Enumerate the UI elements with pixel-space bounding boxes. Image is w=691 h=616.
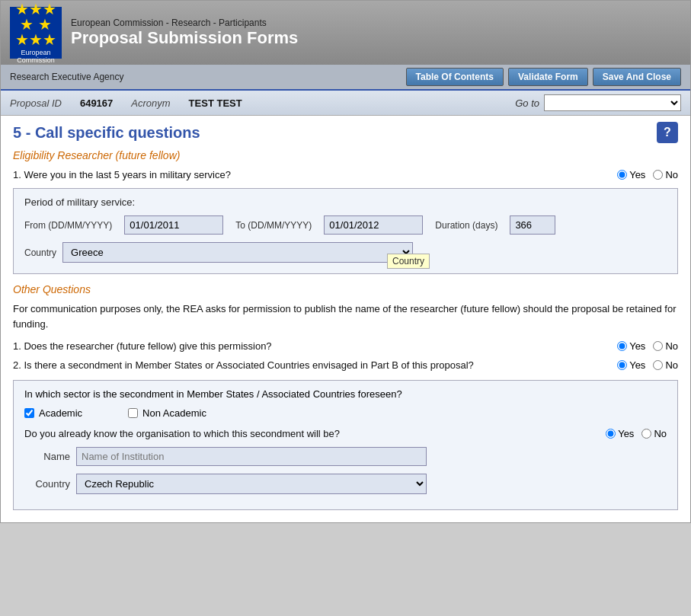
goto-select[interactable] xyxy=(544,94,681,111)
header-titles: European Commission - Research - Partici… xyxy=(71,18,681,48)
academic-checkbox[interactable] xyxy=(24,408,34,418)
other-q2-yes-radio[interactable] xyxy=(617,360,627,370)
main-content: 5 - Call specific questions ? Eligibilit… xyxy=(1,116,690,522)
other-q1-yes-label[interactable]: Yes xyxy=(617,340,645,352)
other-q1-yes-text: Yes xyxy=(629,340,645,352)
other-q2-text: 2. Is there a secondment in Member State… xyxy=(13,359,587,371)
other-q2-no-text: No xyxy=(665,359,678,371)
sector-checkboxes: Academic Non Academic xyxy=(24,407,667,419)
org-yes-radio[interactable] xyxy=(606,429,616,439)
section-title: 5 - Call specific questions xyxy=(13,124,200,142)
other-questions-description: For communication purposes only, the REA… xyxy=(13,302,678,331)
header-main-title: Proposal Submission Forms xyxy=(71,28,681,48)
from-label: From (DD/MM/YYYY) xyxy=(24,220,112,231)
agency-row: Research Executive Agency Table Of Conte… xyxy=(1,65,690,89)
secondment-question: In which sector is the secondment in Mem… xyxy=(24,388,667,400)
name-row: Name xyxy=(24,447,667,466)
name-label: Name xyxy=(24,451,70,462)
country-tooltip: Country xyxy=(387,254,430,269)
org-no-text: No xyxy=(654,428,667,439)
other-q2-no-label[interactable]: No xyxy=(653,359,678,371)
org-radios: Yes No xyxy=(575,428,667,439)
other-q1-yes-radio[interactable] xyxy=(617,341,627,351)
other-q2-radios: Yes No xyxy=(587,359,678,371)
header-subtitle: European Commission - Research - Partici… xyxy=(71,18,681,28)
eligibility-q1-yes-text: Yes xyxy=(629,169,645,180)
proposal-id-value: 649167 xyxy=(80,97,113,109)
org-yes-label[interactable]: Yes xyxy=(606,428,634,439)
other-q1-radios: Yes No xyxy=(587,340,678,352)
secondment-box: In which sector is the secondment in Mem… xyxy=(13,380,678,510)
org-country-row: Country Czech Republic Greece Germany Fr… xyxy=(24,474,667,494)
other-q2-yes-text: Yes xyxy=(629,359,645,371)
agency-text: Research Executive Agency xyxy=(10,72,123,82)
country-row: Country Greece Czech Republic Germany Fr… xyxy=(24,242,667,263)
goto-section: Go to xyxy=(515,94,681,111)
validate-button[interactable]: Validate Form xyxy=(508,68,588,86)
name-input[interactable] xyxy=(76,447,427,466)
to-label: To (DD/MM/YYYY) xyxy=(235,220,312,231)
org-no-radio[interactable] xyxy=(641,429,651,439)
org-yes-text: Yes xyxy=(618,428,634,439)
academic-label: Academic xyxy=(39,407,82,419)
proposal-bar: Proposal ID 649167 Acronym TEST TEST Go … xyxy=(1,89,690,116)
country-label: Country xyxy=(24,247,56,258)
acronym-value: TEST TEST xyxy=(189,97,242,109)
org-country-label: Country xyxy=(24,478,70,490)
eligibility-q1-radios: Yes No xyxy=(587,169,678,180)
eligibility-q1-no-label[interactable]: No xyxy=(653,169,678,180)
goto-label: Go to xyxy=(515,97,539,109)
academic-checkbox-label[interactable]: Academic xyxy=(24,407,82,419)
duration-label: Duration (days) xyxy=(435,220,497,231)
other-q2-yes-label[interactable]: Yes xyxy=(617,359,645,371)
other-q1-no-text: No xyxy=(665,340,678,352)
eligibility-subtitle: Eligibility Researcher (future fellow) xyxy=(13,149,678,161)
other-questions-subtitle: Other Questions xyxy=(13,283,678,295)
other-q2-row: 2. Is there a secondment in Member State… xyxy=(13,359,678,371)
duration-input[interactable] xyxy=(510,215,555,235)
other-q1-text: 1. Does the researcher (future fellow) g… xyxy=(13,340,587,352)
org-question-text: Do you already know the organisation to … xyxy=(24,428,575,439)
org-question-row: Do you already know the organisation to … xyxy=(24,428,667,439)
proposal-id-label: Proposal ID xyxy=(10,97,62,109)
eligibility-q1-yes-label[interactable]: Yes xyxy=(617,169,645,180)
other-q2-no-radio[interactable] xyxy=(653,360,663,370)
eligibility-q1-yes-radio[interactable] xyxy=(617,170,627,180)
from-date-input[interactable] xyxy=(124,215,223,235)
section-title-bar: 5 - Call specific questions ? xyxy=(13,122,678,143)
logo: ★★★★ ★★★★ EuropeanCommission xyxy=(10,7,62,59)
org-no-label[interactable]: No xyxy=(641,428,667,439)
other-q1-no-label[interactable]: No xyxy=(653,340,678,352)
logo-label: EuropeanCommission xyxy=(15,49,56,64)
eligibility-q1-no-text: No xyxy=(665,169,678,180)
to-date-input[interactable] xyxy=(324,215,423,235)
period-box: Period of military service: From (DD/MM/… xyxy=(13,188,678,274)
non-academic-checkbox[interactable] xyxy=(128,408,138,418)
header: ★★★★ ★★★★ EuropeanCommission European Co… xyxy=(1,1,690,65)
help-button[interactable]: ? xyxy=(657,122,678,143)
other-q1-row: 1. Does the researcher (future fellow) g… xyxy=(13,340,678,352)
toc-button[interactable]: Table Of Contents xyxy=(406,68,504,86)
logo-stars: ★★★★ ★★★★ xyxy=(15,2,56,47)
org-country-select[interactable]: Czech Republic Greece Germany France xyxy=(76,474,427,494)
non-academic-checkbox-label[interactable]: Non Academic xyxy=(128,407,206,419)
non-academic-label: Non Academic xyxy=(142,407,206,419)
country-select[interactable]: Greece Czech Republic Germany France xyxy=(62,242,413,263)
save-button[interactable]: Save And Close xyxy=(593,68,681,86)
header-buttons: Table Of Contents Validate Form Save And… xyxy=(406,68,681,86)
period-fields: From (DD/MM/YYYY) To (DD/MM/YYYY) Durati… xyxy=(24,215,667,235)
period-title: Period of military service: xyxy=(24,196,667,208)
eligibility-q1-text: 1. Were you in the last 5 years in milit… xyxy=(13,169,587,180)
other-q1-no-radio[interactable] xyxy=(653,341,663,351)
eligibility-q1-no-radio[interactable] xyxy=(653,170,663,180)
acronym-label: Acronym xyxy=(131,97,170,109)
eligibility-q1-row: 1. Were you in the last 5 years in milit… xyxy=(13,169,678,180)
